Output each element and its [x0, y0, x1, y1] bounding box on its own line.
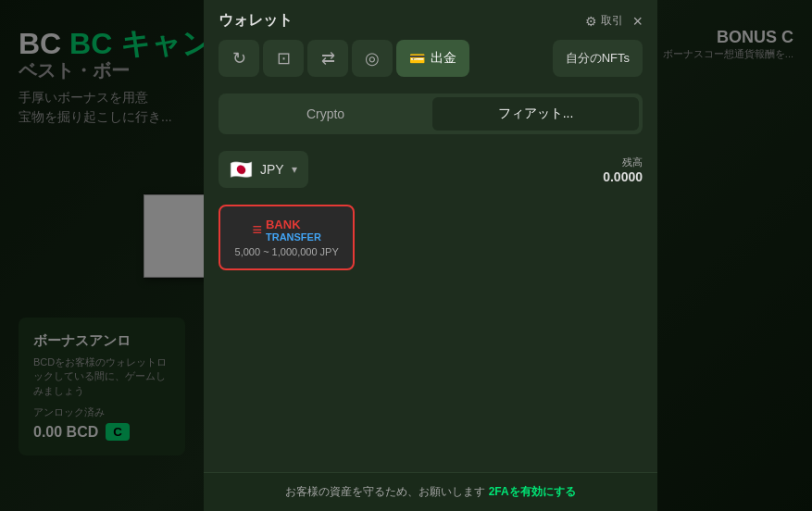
currency-code: JPY [260, 162, 284, 177]
modal-header-right: ⚙ 取引 × [585, 13, 643, 30]
tab-switcher: Crypto フィアット... [219, 93, 643, 134]
history-icon: ⊡ [277, 48, 291, 69]
modal-header: ウォレット ⚙ 取引 × [204, 0, 657, 31]
currency-flag: 🇯🇵 [230, 158, 253, 181]
settings-button[interactable]: ◎ [352, 40, 393, 77]
refresh-button[interactable]: ↻ [219, 40, 259, 77]
bank-lines-icon: ≡ [252, 220, 262, 240]
bank-name-label: BANK [266, 218, 301, 231]
transfer-icon: ⇄ [321, 48, 335, 69]
modal-footer: お客様の資産を守るため、お願いします 2FAを有効にする [204, 472, 657, 511]
currency-selector[interactable]: 🇯🇵 JPY ▾ [219, 151, 308, 188]
payment-range: 5,000 ~ 1,000,000 JPY [235, 246, 339, 257]
balance-label: 残高 [603, 156, 643, 169]
transaction-link-label: 取引 [601, 13, 623, 29]
payment-methods-section: ≡ BANK TRANSFER 5,000 ~ 1,000,000 JPY [204, 197, 657, 472]
withdraw-icon: 💳 [409, 51, 425, 66]
refresh-icon: ↻ [232, 48, 246, 69]
nft-button[interactable]: 自分のNFTs [553, 40, 643, 77]
currency-row: 🇯🇵 JPY ▾ 残高 0.0000 [204, 142, 657, 197]
balance-section: 残高 0.0000 [603, 156, 643, 184]
balance-value: 0.0000 [603, 169, 643, 184]
bank-transfer-logo: ≡ BANK TRANSFER [252, 218, 320, 243]
bank-text: BANK TRANSFER [266, 218, 321, 243]
transaction-link[interactable]: ⚙ 取引 [585, 13, 623, 29]
payment-methods-grid: ≡ BANK TRANSFER 5,000 ~ 1,000,000 JPY [219, 205, 643, 270]
modal-title: ウォレット [219, 11, 293, 31]
gear-icon: ⚙ [585, 14, 597, 29]
modal-close-button[interactable]: × [632, 13, 643, 30]
history-button[interactable]: ⊡ [263, 40, 304, 77]
footer-text: お客様の資産を守るため、お願いします [285, 485, 485, 498]
settings-icon: ◎ [365, 48, 380, 69]
withdraw-button[interactable]: 💳 出金 [396, 40, 469, 77]
bank-transfer-card[interactable]: ≡ BANK TRANSFER 5,000 ~ 1,000,000 JPY [219, 205, 355, 270]
transfer-label: TRANSFER [266, 231, 321, 243]
transfer-button[interactable]: ⇄ [307, 40, 348, 77]
twofa-link[interactable]: 2FAを有効にする [489, 485, 576, 498]
modal-toolbar: ↻ ⊡ ⇄ ◎ 💳 出金 自分のNFTs [204, 31, 657, 86]
tab-fiat[interactable]: フィアット... [432, 97, 639, 131]
wallet-modal: ウォレット ⚙ 取引 × ↻ ⊡ ⇄ ◎ 💳 出金 自分のNFTs [204, 0, 657, 511]
chevron-down-icon: ▾ [292, 163, 297, 176]
withdraw-label: 出金 [431, 50, 456, 67]
tab-crypto[interactable]: Crypto [222, 97, 429, 131]
